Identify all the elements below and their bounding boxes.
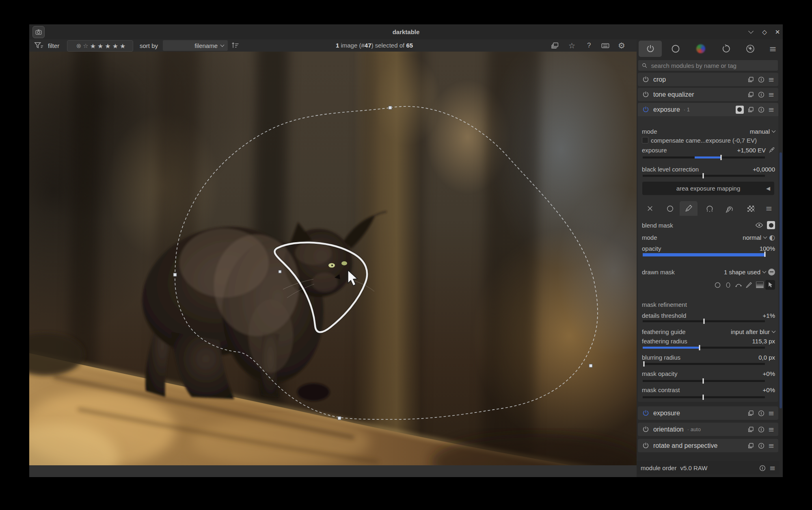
- reset-icon[interactable]: [758, 106, 765, 113]
- bottom-panel[interactable]: [29, 465, 637, 477]
- star-icon[interactable]: ★: [97, 42, 103, 50]
- presets-menu-icon[interactable]: ≡: [768, 409, 774, 417]
- compensate-camera-row[interactable]: compensate came...exposure (-0,7 EV): [642, 136, 775, 145]
- presets-menu-icon[interactable]: ≡: [768, 105, 774, 114]
- ellipse-shape-button[interactable]: [723, 280, 733, 290]
- instances-icon[interactable]: [747, 410, 754, 417]
- presets-menu-icon[interactable]: ≡: [769, 464, 775, 472]
- filter-preset-button[interactable]: [34, 39, 44, 52]
- rating-filter[interactable]: ⊗ ☆ ★ ★ ★ ★ ★: [67, 40, 133, 52]
- opacity-row[interactable]: opacity 100%: [642, 244, 775, 253]
- search-input[interactable]: [650, 62, 775, 69]
- mask-indicator-icon[interactable]: [736, 106, 744, 114]
- opacity-slider[interactable]: [643, 253, 765, 256]
- feathering-radius-slider[interactable]: [643, 347, 765, 349]
- shapes-used-value[interactable]: 1 shape used: [724, 269, 760, 276]
- instances-icon[interactable]: [747, 76, 754, 83]
- blend-menu-tab[interactable]: ≡: [760, 201, 778, 216]
- blend-mode-value[interactable]: normal: [743, 234, 761, 241]
- reset-icon[interactable]: [758, 426, 765, 433]
- tab-base-group[interactable]: [664, 41, 687, 57]
- mask-opacity-slider[interactable]: [643, 380, 765, 382]
- mask-contrast-value[interactable]: +0%: [763, 386, 775, 393]
- panel-scrollbar[interactable]: [780, 152, 782, 408]
- reject-icon[interactable]: ⊗: [76, 42, 82, 50]
- mask-polarity-icon[interactable]: [768, 269, 775, 276]
- mask-opacity-row[interactable]: mask opacity +0%: [642, 369, 775, 378]
- instances-icon[interactable]: [747, 442, 754, 449]
- mask-contrast-row[interactable]: mask contrast +0%: [642, 385, 775, 394]
- exposure-value[interactable]: +1,500 EV: [737, 147, 766, 154]
- star-icon[interactable]: ★: [90, 42, 96, 50]
- minimize-button[interactable]: [745, 24, 757, 39]
- brush-shape-button[interactable]: [744, 280, 754, 290]
- path-shape-button[interactable]: [734, 280, 743, 290]
- blend-drawn-parametric-tab[interactable]: [721, 201, 739, 216]
- power-icon[interactable]: [642, 91, 650, 98]
- star-outline-icon[interactable]: ☆: [83, 42, 88, 50]
- module-header-orientation[interactable]: orientation · auto ≡: [638, 423, 778, 436]
- instances-icon[interactable]: [747, 91, 754, 98]
- mode-value[interactable]: manual: [750, 128, 770, 135]
- power-icon[interactable]: [642, 425, 650, 433]
- presets-menu-icon[interactable]: ≡: [768, 425, 774, 434]
- checkbox[interactable]: [642, 137, 648, 143]
- mask-opacity-value[interactable]: +0%: [763, 370, 775, 377]
- blend-mode-row[interactable]: mode normal ◐: [642, 233, 775, 242]
- details-threshold-row[interactable]: details threshold +1%: [642, 311, 775, 320]
- blend-raster-tab[interactable]: [742, 201, 760, 216]
- power-on-icon[interactable]: [642, 409, 650, 417]
- reset-icon[interactable]: [758, 442, 765, 449]
- reset-icon[interactable]: [758, 410, 765, 417]
- mask-contrast-slider[interactable]: [643, 396, 765, 398]
- black-level-slider[interactable]: [643, 175, 765, 177]
- feathering-guide-value[interactable]: input after blur: [731, 328, 770, 335]
- tab-color-group[interactable]: [689, 41, 712, 57]
- blurring-radius-value[interactable]: 0,0 px: [758, 354, 775, 361]
- module-header-crop[interactable]: crop ≡: [638, 73, 778, 86]
- tab-correct-group[interactable]: [714, 41, 737, 57]
- blend-parametric-tab[interactable]: [701, 201, 719, 216]
- feathering-radius-row[interactable]: feathering radius 115,3 px: [642, 336, 775, 345]
- reset-icon[interactable]: [759, 464, 766, 472]
- presets-menu-icon[interactable]: ≡: [768, 90, 774, 99]
- blend-order-icon[interactable]: ◐: [769, 233, 775, 241]
- tab-effects-group[interactable]: [739, 41, 762, 57]
- power-icon[interactable]: [642, 76, 650, 83]
- module-header-tone-equalizer[interactable]: tone equalizer ≡: [638, 88, 778, 101]
- close-button[interactable]: ✕: [771, 24, 784, 39]
- instances-icon[interactable]: [747, 106, 754, 113]
- details-threshold-slider[interactable]: [643, 320, 765, 322]
- star-icon[interactable]: ★: [105, 42, 110, 50]
- power-icon[interactable]: [642, 442, 650, 449]
- drawn-mask-row[interactable]: drawn mask 1 shape used: [642, 267, 775, 276]
- overlays-star-button[interactable]: ☆: [568, 39, 575, 52]
- reset-icon[interactable]: [758, 76, 765, 83]
- blurring-radius-slider[interactable]: [643, 363, 765, 365]
- instances-icon[interactable]: [747, 426, 754, 433]
- module-header-exposure[interactable]: exposure · 1 ≡: [638, 103, 778, 116]
- blurring-radius-row[interactable]: blurring radius 0,0 px: [642, 353, 775, 362]
- opacity-value[interactable]: 100%: [760, 245, 775, 252]
- power-on-icon[interactable]: [642, 106, 650, 113]
- exposure-slider[interactable]: [643, 156, 765, 158]
- shortcuts-button[interactable]: [601, 39, 610, 52]
- help-button[interactable]: ?: [587, 39, 591, 52]
- feathering-guide-row[interactable]: feathering guide input after blur: [642, 327, 775, 336]
- module-order-bar[interactable]: module order v5.0 RAW ≡: [637, 461, 780, 475]
- exposure-value-row[interactable]: exposure +1,500 EV: [642, 145, 775, 154]
- feathering-radius-value[interactable]: 115,3 px: [752, 338, 775, 345]
- presets-menu-icon[interactable]: ≡: [768, 441, 774, 450]
- maximize-button[interactable]: ◇: [758, 24, 771, 39]
- module-header-exposure-2[interactable]: exposure ≡: [638, 406, 778, 420]
- module-header-rotate-perspective[interactable]: rotate and perspective ≡: [638, 439, 778, 452]
- eyedropper-icon[interactable]: [768, 147, 775, 154]
- edit-shapes-button[interactable]: [765, 280, 775, 290]
- blend-uniform-tab[interactable]: [661, 201, 679, 216]
- preferences-button[interactable]: ⚙: [618, 39, 625, 52]
- grouping-button[interactable]: [551, 39, 559, 52]
- display-mask-icon[interactable]: [767, 221, 775, 229]
- details-threshold-value[interactable]: +1%: [763, 312, 775, 319]
- star-icon[interactable]: ★: [112, 42, 118, 50]
- blend-off-tab[interactable]: [641, 201, 659, 216]
